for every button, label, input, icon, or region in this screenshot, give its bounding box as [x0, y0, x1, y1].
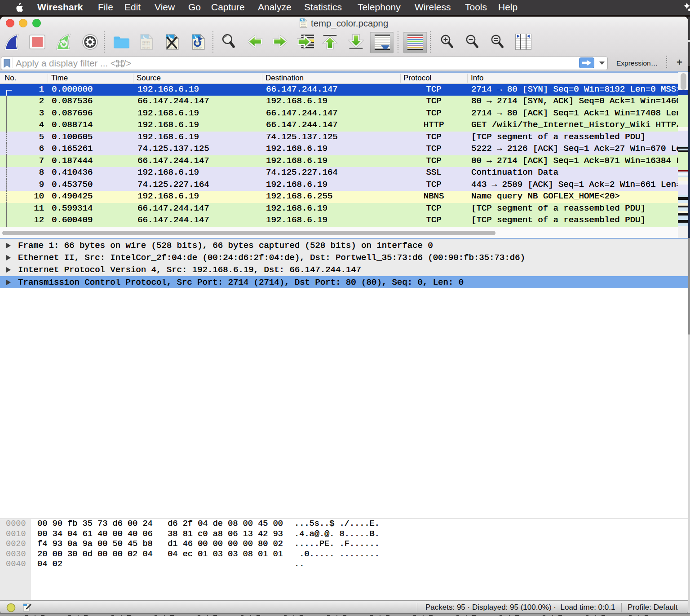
svg-text:01110: 01110: [142, 46, 150, 49]
svg-text:01110: 01110: [301, 26, 306, 27]
